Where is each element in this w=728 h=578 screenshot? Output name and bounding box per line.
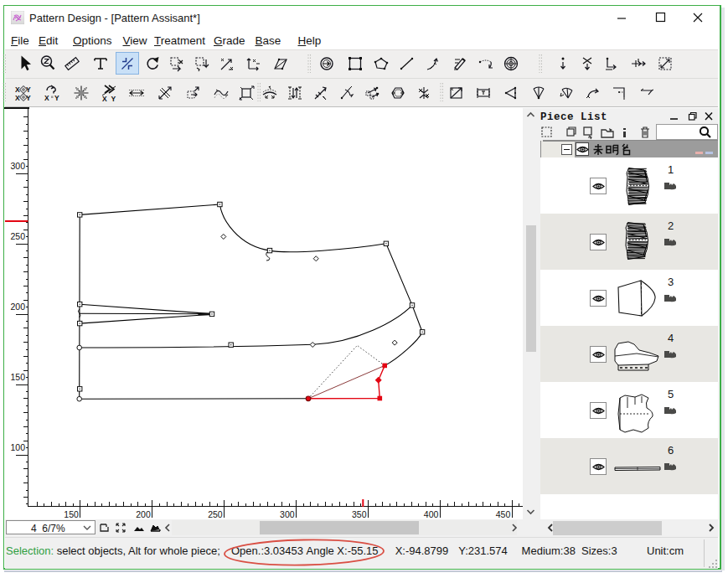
svg-text:250: 250: [10, 231, 25, 241]
svg-text:400: 400: [424, 509, 439, 519]
svg-text:100: 100: [10, 442, 25, 452]
svg-text:150: 150: [64, 509, 79, 519]
svg-text:200: 200: [10, 302, 25, 312]
svg-text:200: 200: [136, 509, 151, 519]
svg-text:Y: Y: [54, 94, 59, 101]
svg-text:X: X: [15, 94, 20, 101]
svg-text:250: 250: [208, 509, 223, 519]
svg-text:X: X: [102, 95, 107, 102]
svg-text:X: X: [44, 94, 49, 101]
svg-text:300: 300: [10, 161, 25, 171]
svg-text:150: 150: [10, 372, 25, 382]
svg-text:X: X: [15, 85, 20, 94]
svg-text:Y: Y: [111, 95, 116, 102]
svg-text:300: 300: [280, 509, 295, 519]
svg-text:350: 350: [352, 509, 367, 519]
svg-text:450: 450: [496, 509, 511, 519]
